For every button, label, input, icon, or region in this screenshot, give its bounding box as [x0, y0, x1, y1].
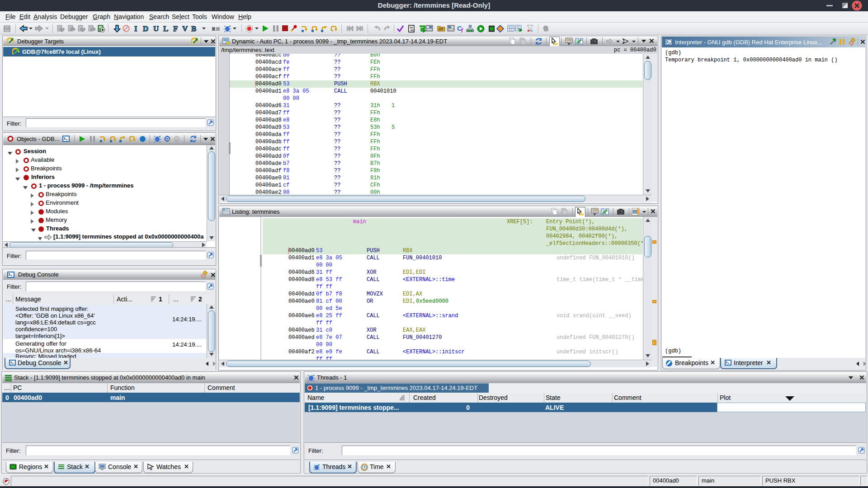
svg-text:DT: DT	[439, 28, 443, 31]
svg-text:f: f	[461, 27, 463, 33]
svg-text:01: 01	[410, 29, 414, 32]
